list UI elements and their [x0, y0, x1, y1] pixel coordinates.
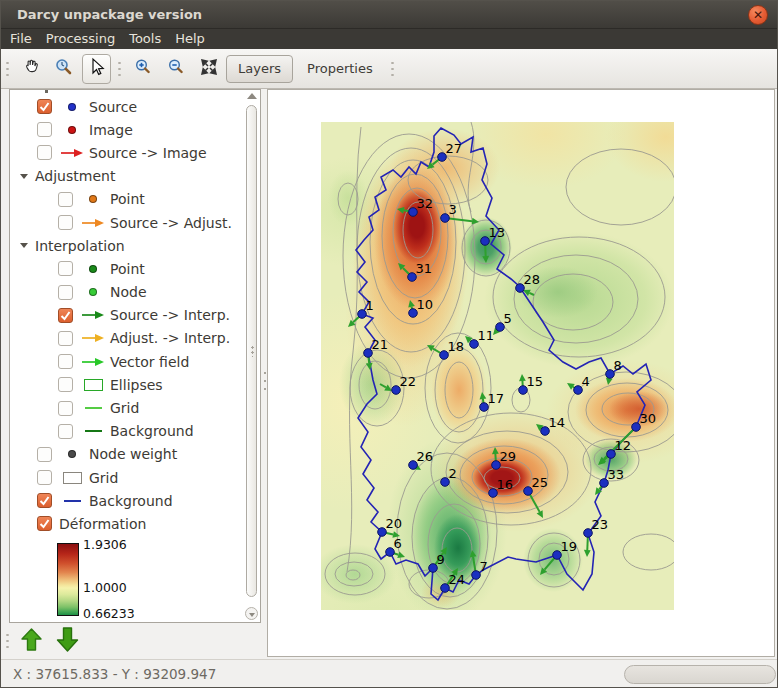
line-green-icon: [80, 430, 106, 432]
checkbox-point[interactable]: [58, 192, 73, 207]
scrollbar-thumb[interactable]: [246, 105, 257, 597]
tree-item-grid[interactable]: Grid: [10, 396, 245, 419]
menu-tools[interactable]: Tools: [122, 29, 168, 49]
tree-item-background[interactable]: Background: [10, 489, 245, 512]
checkbox-vector-field[interactable]: [58, 354, 73, 369]
point-label-2: 2: [449, 466, 457, 481]
tree-group-adjustment[interactable]: Adjustment: [10, 165, 245, 188]
tree-item-image[interactable]: Image: [10, 118, 245, 141]
interpolation-map[interactable]: 1234567891011121314151617181920212223242…: [321, 122, 674, 610]
checkbox-source-interp[interactable]: [58, 308, 73, 323]
tree-item-source-image[interactable]: Source -> Image: [10, 141, 245, 164]
move-down-button[interactable]: [55, 626, 80, 657]
pan-tool-button[interactable]: [16, 54, 45, 84]
chevron-down-icon[interactable]: [20, 243, 28, 248]
point-label-9: 9: [437, 552, 445, 567]
line-blue-icon: [59, 500, 85, 502]
nav-grip[interactable]: [4, 631, 11, 651]
scroll-up-icon[interactable]: [247, 93, 257, 99]
layer-label: Source: [89, 99, 137, 115]
layer-label: Point: [110, 191, 145, 207]
map-canvas-panel[interactable]: 1234567891011121314151617181920212223242…: [267, 89, 775, 657]
layer-label: Background: [110, 423, 194, 439]
point-label-20: 20: [386, 516, 403, 531]
tree-item-background[interactable]: Background: [10, 420, 245, 443]
magnifier-plus-icon: [133, 57, 153, 81]
checkbox-background[interactable]: [58, 424, 73, 439]
checkbox-background[interactable]: [37, 493, 52, 508]
point-label-13: 13: [489, 225, 506, 240]
sidebar-scrollbar[interactable]: [245, 91, 259, 621]
point-label-24: 24: [449, 572, 466, 587]
tree-item-point[interactable]: Point: [10, 188, 245, 211]
checkbox-adjust-interp[interactable]: [58, 331, 73, 346]
toolbar-grip[interactable]: [116, 59, 123, 79]
toolbar-grip[interactable]: [389, 59, 396, 79]
arrow-green-icon: [80, 310, 106, 320]
down-arrow-icon: [55, 626, 80, 657]
point-label-21: 21: [372, 337, 389, 352]
checkbox-source-adjust[interactable]: [58, 215, 73, 230]
point-label-17: 17: [488, 391, 505, 406]
layer-nav-row: [1, 623, 265, 659]
dot-red-icon: [59, 126, 85, 134]
point-label-32: 32: [417, 196, 434, 211]
tree-item-node[interactable]: Node: [10, 281, 245, 304]
tree-item-grid[interactable]: Grid: [10, 466, 245, 489]
toolbar-grip[interactable]: [4, 59, 11, 79]
deformation-colorbar: [57, 543, 79, 616]
checkbox-source[interactable]: [37, 99, 52, 114]
scroll-down-icon[interactable]: [245, 607, 258, 620]
select-tool-button[interactable]: [82, 54, 111, 84]
checkbox-d-formation[interactable]: [37, 516, 52, 531]
rect-green-icon: [80, 379, 106, 391]
menu-help[interactable]: Help: [168, 29, 212, 49]
statusbar: X : 37615.833 - Y : 93209.947: [1, 659, 778, 688]
zoom-out-button[interactable]: [161, 54, 190, 84]
tree-item-vector-field[interactable]: Vector field: [10, 350, 245, 373]
tab-properties[interactable]: Properties: [295, 55, 385, 83]
menu-processing[interactable]: Processing: [39, 29, 122, 49]
checkbox-node[interactable]: [58, 285, 73, 300]
layer-label: Ellipses: [110, 377, 163, 393]
point-label-23: 23: [592, 517, 609, 532]
layer-label: Source -> Image: [89, 145, 207, 161]
move-up-button[interactable]: [20, 627, 43, 656]
layer-label: Background: [89, 493, 173, 509]
tree-item-source[interactable]: Source: [10, 95, 245, 118]
zoom-in-button[interactable]: [128, 54, 157, 84]
tree-item-adjust-interp[interactable]: Adjust. -> Interp.: [10, 327, 245, 350]
tree-item-source-adjust[interactable]: Source -> Adjust.: [10, 211, 245, 234]
up-arrow-icon: [20, 627, 43, 656]
checkbox-point[interactable]: [58, 261, 73, 276]
dot-gray-icon: [59, 450, 85, 458]
point-label-7: 7: [480, 559, 488, 574]
titlebar[interactable]: Darcy unpackage version ✕: [1, 1, 778, 29]
menu-file[interactable]: File: [3, 29, 39, 49]
point-label-25: 25: [532, 475, 549, 490]
arrow-red-icon: [59, 148, 85, 158]
checkbox-node-weight[interactable]: [37, 447, 52, 462]
colorbar-max-label: 1.9306: [83, 537, 127, 552]
layer-label: Adjustment: [35, 168, 115, 184]
dot-blue-icon: [59, 103, 85, 111]
line-lightgreen-icon: [80, 407, 106, 409]
tree-item-node-weight[interactable]: Node weight: [10, 443, 245, 466]
chevron-down-icon[interactable]: [20, 174, 28, 179]
tree-item-d-formation[interactable]: Déformation: [10, 512, 245, 535]
tree-item-source-interp[interactable]: Source -> Interp.: [10, 304, 245, 327]
zoom-tool-button[interactable]: [49, 54, 78, 84]
checkbox-image[interactable]: [37, 122, 52, 137]
tree-group-interpolation[interactable]: Interpolation: [10, 234, 245, 257]
tree-item-ellipses[interactable]: Ellipses: [10, 373, 245, 396]
tab-layers[interactable]: Layers: [226, 55, 293, 83]
checkbox-grid[interactable]: [58, 401, 73, 416]
tree-item-point[interactable]: Point: [10, 257, 245, 280]
checkbox-ellipses[interactable]: [58, 377, 73, 392]
close-button[interactable]: ✕: [748, 5, 768, 25]
point-label-31: 31: [416, 261, 433, 276]
checkbox-grid[interactable]: [37, 470, 52, 485]
checkbox-source-image[interactable]: [37, 145, 52, 160]
zoom-fit-button[interactable]: [194, 54, 223, 84]
layer-label: Grid: [110, 400, 139, 416]
